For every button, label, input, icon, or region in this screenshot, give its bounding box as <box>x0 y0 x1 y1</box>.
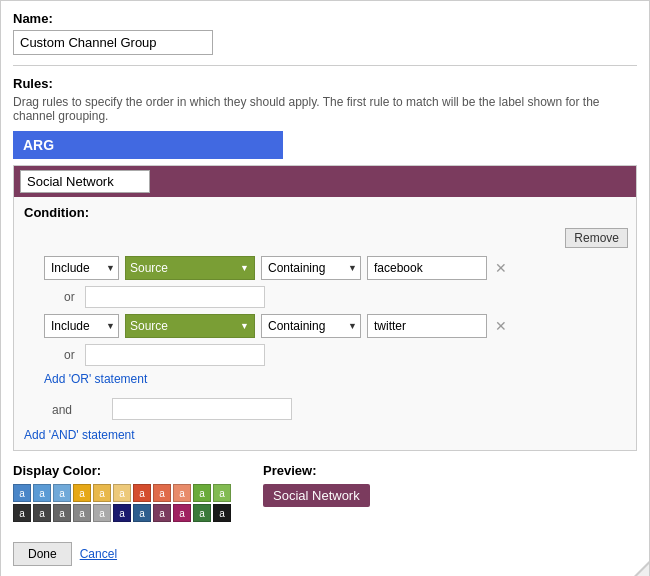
color-swatch[interactable]: a <box>113 484 131 502</box>
or-row-1: or <box>14 284 636 310</box>
color-swatch[interactable]: a <box>73 504 91 522</box>
source-wrapper-1: Source Medium Campaign <box>125 256 255 280</box>
containing-select-2[interactable]: Containing Starting with Ending with Exa… <box>261 314 361 338</box>
condition-row-2: Include Exclude Source Medium Campaign C… <box>14 310 636 342</box>
rule-block: Condition: Remove Include Exclude Source… <box>13 165 637 451</box>
clear-button-2[interactable]: ✕ <box>493 318 509 334</box>
color-swatch[interactable]: a <box>133 504 151 522</box>
arg-bar: ARG <box>13 131 283 159</box>
cancel-button[interactable]: Cancel <box>80 542 117 566</box>
or-row-2: or <box>14 342 636 368</box>
color-swatch[interactable]: a <box>213 484 231 502</box>
name-section: Name: <box>13 11 637 55</box>
color-swatch[interactable]: a <box>193 484 211 502</box>
rules-label: Rules: <box>13 76 637 91</box>
rules-section: Rules: Drag rules to specify the order i… <box>13 76 637 451</box>
color-swatch[interactable]: a <box>13 484 31 502</box>
containing-wrapper-2: Containing Starting with Ending with Exa… <box>261 314 361 338</box>
bottom-buttons: Done Cancel <box>13 542 637 566</box>
and-text: and <box>52 403 72 417</box>
color-swatch[interactable]: a <box>33 484 51 502</box>
color-swatch[interactable]: a <box>53 504 71 522</box>
color-swatch[interactable]: a <box>13 504 31 522</box>
and-row: and <box>14 394 636 424</box>
preview-section: Preview: Social Network <box>263 463 370 507</box>
color-swatch[interactable]: a <box>33 504 51 522</box>
clear-button-1[interactable]: ✕ <box>493 260 509 276</box>
and-input[interactable] <box>112 398 292 420</box>
add-and-row: Add 'AND' statement <box>14 424 636 450</box>
value-input-1[interactable] <box>367 256 487 280</box>
color-swatch[interactable]: a <box>173 504 191 522</box>
remove-button[interactable]: Remove <box>565 228 628 248</box>
name-label: Name: <box>13 11 637 26</box>
rules-description: Drag rules to specify the order in which… <box>13 95 637 123</box>
condition-label: Condition: <box>14 197 636 224</box>
page-wrapper: Name: Rules: Drag rules to specify the o… <box>1 1 649 576</box>
color-swatches: aaaaaaaaaaaaaaaaaaaaaa <box>13 484 233 522</box>
color-swatch[interactable]: a <box>193 504 211 522</box>
or-text-2: or <box>64 348 75 362</box>
value-input-2[interactable] <box>367 314 487 338</box>
source-select-2[interactable]: Source Medium Campaign <box>125 314 255 338</box>
add-or-button[interactable]: Add 'OR' statement <box>14 368 155 394</box>
source-wrapper-2: Source Medium Campaign <box>125 314 255 338</box>
color-swatch[interactable]: a <box>173 484 191 502</box>
color-swatch[interactable]: a <box>113 504 131 522</box>
color-swatch[interactable]: a <box>93 504 111 522</box>
include-select-1[interactable]: Include Exclude <box>44 256 119 280</box>
display-color-section: Display Color: aaaaaaaaaaaaaaaaaaaaaa Pr… <box>13 463 637 532</box>
include-wrapper-2: Include Exclude <box>44 314 119 338</box>
rule-name-input[interactable] <box>20 170 150 193</box>
or-input-2[interactable] <box>85 344 265 366</box>
preview-label: Preview: <box>263 463 370 478</box>
name-input[interactable] <box>13 30 213 55</box>
page-corner-decoration <box>624 561 649 576</box>
include-select-2[interactable]: Include Exclude <box>44 314 119 338</box>
color-swatch[interactable]: a <box>73 484 91 502</box>
color-swatch[interactable]: a <box>213 504 231 522</box>
containing-select-1[interactable]: Containing Starting with Ending with Exa… <box>261 256 361 280</box>
remove-row: Remove <box>14 224 636 252</box>
divider <box>13 65 637 66</box>
include-wrapper-1: Include Exclude <box>44 256 119 280</box>
add-and-button[interactable]: Add 'AND' statement <box>14 424 143 450</box>
rule-header <box>14 166 636 197</box>
or-input-1[interactable] <box>85 286 265 308</box>
display-color-label: Display Color: <box>13 463 233 478</box>
color-swatch[interactable]: a <box>93 484 111 502</box>
color-swatch[interactable]: a <box>133 484 151 502</box>
add-or-row: Add 'OR' statement <box>14 368 636 394</box>
color-picker-area: Display Color: aaaaaaaaaaaaaaaaaaaaaa <box>13 463 233 522</box>
preview-badge: Social Network <box>263 484 370 507</box>
done-button[interactable]: Done <box>13 542 72 566</box>
condition-row-1: Include Exclude Source Medium Campaign C… <box>14 252 636 284</box>
color-swatch[interactable]: a <box>153 484 171 502</box>
source-select-1[interactable]: Source Medium Campaign <box>125 256 255 280</box>
color-swatch[interactable]: a <box>53 484 71 502</box>
containing-wrapper-1: Containing Starting with Ending with Exa… <box>261 256 361 280</box>
color-swatch[interactable]: a <box>153 504 171 522</box>
or-text-1: or <box>64 290 75 304</box>
